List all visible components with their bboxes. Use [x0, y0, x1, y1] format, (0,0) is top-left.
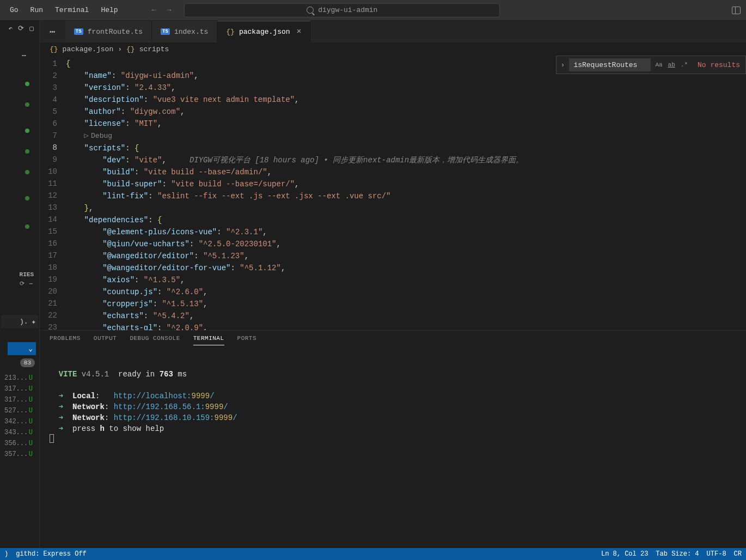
- menu-help[interactable]: Help: [95, 3, 123, 17]
- list-item[interactable]: 357...U: [2, 449, 37, 460]
- panel-tab-debug[interactable]: DEBUG CONSOLE: [130, 335, 180, 345]
- chevron-right-icon: ›: [118, 45, 122, 53]
- sidebar: ↶ ⟳ ▢ ⋯ RIES ⟳ ⋯ ). ✦ 83 ⌄ 213.: [0, 21, 39, 548]
- more-icon[interactable]: ⋯: [29, 280, 33, 287]
- ts-icon: TS: [74, 28, 83, 35]
- search-placeholder: diygw-ui-admin: [318, 6, 377, 14]
- undo-icon[interactable]: ↶: [8, 24, 13, 33]
- main: ↶ ⟳ ▢ ⋯ RIES ⟳ ⋯ ). ✦ 83 ⌄ 213.: [0, 21, 746, 548]
- panel-tab-problems[interactable]: PROBLEMS: [50, 335, 81, 345]
- bottom-panel: PROBLEMS OUTPUT DEBUG CONSOLE TERMINAL P…: [40, 330, 746, 548]
- editor[interactable]: › Aa ab .* No results 123456789101112131…: [40, 56, 746, 330]
- statusbar: ) githd: Express Off Ln 8, Col 23 Tab Si…: [0, 548, 746, 560]
- git-dot: [25, 170, 29, 174]
- list-item[interactable]: 343...U: [2, 427, 37, 438]
- panel-tab-output[interactable]: OUTPUT: [94, 335, 117, 345]
- status-encoding[interactable]: UTF-8: [707, 550, 726, 558]
- command-center[interactable]: diygw-ui-admin: [184, 3, 500, 17]
- section-label: RIES: [0, 271, 36, 278]
- menu-terminal[interactable]: Terminal: [50, 3, 94, 17]
- braces-icon: {}: [50, 45, 58, 53]
- panel-tab-ports[interactable]: PORTS: [237, 335, 257, 345]
- git-dot: [25, 149, 29, 154]
- git-dots: [25, 82, 29, 245]
- git-dot: [25, 82, 29, 86]
- nav-forward-icon[interactable]: →: [162, 4, 175, 16]
- menu-go[interactable]: Go: [4, 3, 24, 17]
- tab-index[interactable]: TS index.ts: [152, 21, 217, 42]
- sidebar-section: RIES ⟳ ⋯: [0, 271, 36, 289]
- chevron-right-icon[interactable]: ›: [557, 61, 570, 69]
- tab-label: index.ts: [174, 28, 208, 36]
- list-item[interactable]: 342...U: [2, 416, 37, 427]
- sparkle-icon[interactable]: ✦: [32, 317, 36, 326]
- nav-arrows: ← →: [148, 4, 176, 16]
- count-badge: 83: [20, 358, 35, 367]
- refresh-icon[interactable]: ⟳: [18, 24, 24, 33]
- status-eol[interactable]: CR: [734, 550, 742, 558]
- find-input[interactable]: [569, 58, 651, 71]
- tabs: ⋯ TS frontRoute.ts TS index.ts {} packag…: [40, 21, 746, 42]
- file-list: ⌄ 213...U 317...U 317...U 527...U 342...…: [2, 373, 37, 460]
- panel-tab-terminal[interactable]: TERMINAL: [193, 335, 224, 345]
- find-options: Aa ab .*: [651, 60, 692, 69]
- sidebar-mid: ). ✦: [1, 315, 38, 328]
- tab-frontroute[interactable]: TS frontRoute.ts: [65, 21, 152, 42]
- code-area[interactable]: { "name": "diygw-ui-admin", "version": "…: [66, 56, 746, 330]
- layout-icon[interactable]: [732, 7, 741, 14]
- terminal-output[interactable]: VITE v4.5.1 ready in 763 ms ➜ Local: htt…: [40, 349, 746, 548]
- status-branch[interactable]: ): [4, 550, 8, 558]
- titlebar: Go Run Terminal Help ← → diygw-ui-admin: [0, 0, 746, 21]
- git-dot: [25, 224, 29, 229]
- breadcrumb[interactable]: {} package.json › {} scripts: [40, 42, 746, 56]
- text-fragment: ).: [20, 318, 28, 326]
- git-dot: [25, 196, 29, 200]
- braces-icon: {}: [126, 45, 135, 53]
- find-widget: › Aa ab .* No results: [556, 56, 746, 74]
- braces-icon: {}: [226, 28, 235, 36]
- list-item[interactable]: 317...U: [2, 384, 37, 394]
- tab-more-icon[interactable]: ⋯: [40, 21, 65, 42]
- find-result: No results: [692, 61, 745, 69]
- list-item[interactable]: 356...U: [2, 438, 37, 449]
- tab-label: frontRoute.ts: [88, 28, 143, 36]
- tab-label: package.json: [239, 28, 290, 36]
- menu-run[interactable]: Run: [25, 3, 48, 17]
- line-gutter: 1234567891011121314151617181920212223: [40, 56, 66, 330]
- close-icon[interactable]: ×: [297, 27, 302, 36]
- more-icon[interactable]: ⋯: [22, 51, 26, 60]
- breadcrumb-file: package.json: [63, 45, 114, 53]
- box-icon[interactable]: ▢: [29, 24, 34, 33]
- search-icon: [307, 7, 314, 14]
- git-dot: [25, 129, 29, 133]
- status-tab-size[interactable]: Tab Size: 4: [656, 550, 699, 558]
- regex-icon[interactable]: .*: [678, 60, 690, 69]
- whole-word-icon[interactable]: ab: [666, 60, 677, 69]
- ts-icon: TS: [161, 28, 170, 35]
- panel-tabs: PROBLEMS OUTPUT DEBUG CONSOLE TERMINAL P…: [40, 331, 746, 349]
- status-githd[interactable]: githd: Express Off: [16, 550, 87, 558]
- tab-package-json[interactable]: {} package.json ×: [217, 21, 310, 42]
- sidebar-actions: ↶ ⟳ ▢: [0, 21, 39, 36]
- match-case-icon[interactable]: Aa: [653, 60, 664, 69]
- git-dot: [25, 102, 29, 107]
- nav-back-icon[interactable]: ←: [148, 4, 161, 16]
- list-item[interactable]: 213...U: [2, 373, 37, 384]
- refresh-icon[interactable]: ⟳: [20, 280, 25, 287]
- breadcrumb-path: scripts: [139, 45, 169, 53]
- chevron-button[interactable]: ⌄: [8, 342, 36, 355]
- list-item[interactable]: 527...U: [2, 405, 37, 416]
- list-item[interactable]: 317...U: [2, 394, 37, 405]
- status-ln-col[interactable]: Ln 8, Col 23: [601, 550, 648, 558]
- content: ⋯ TS frontRoute.ts TS index.ts {} packag…: [39, 21, 746, 548]
- menu-bar: Go Run Terminal Help: [0, 3, 124, 17]
